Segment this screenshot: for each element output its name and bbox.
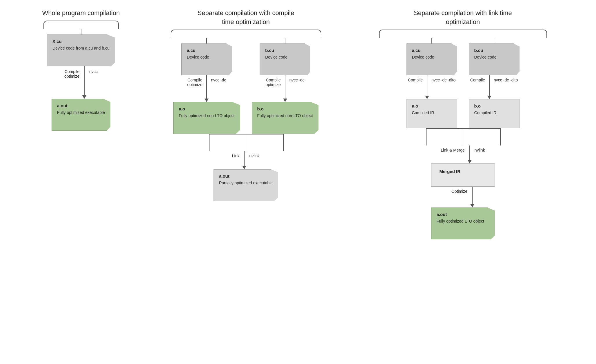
col3-opt-arrow [470,187,474,208]
col2-branch-a: a.cu Device code Compileoptimize nvcc -d… [173,38,240,134]
col2-a-arrow-row: Compileoptimize nvcc -dc [187,75,226,102]
col3-file-ao: a.o Compiled IR [407,99,457,128]
col1-file-xcu: X.cu Device code from a.cu and b.cu [47,34,115,66]
col2-a-arrow-line [206,75,207,99]
col1-file-aout: a.out Fully optimized executable [52,99,110,131]
col2-aout-desc: Partially optimized executable [219,180,273,186]
col2-merge-arrow-head [242,166,246,169]
col3-merge-lines [401,128,525,145]
col3-file-acu: a.cu Device code [407,43,457,75]
col3-label-optimize: Optimize [451,187,470,194]
col2-brace [171,30,321,38]
col3-vline-center [463,128,463,145]
col3-acu-desc: Device code [412,54,452,60]
col3-b-nvcc: nvcc -dc -dlto [491,75,518,82]
col1-arrow [82,66,86,99]
col2-b-label-nvcc: nvcc -dc [287,75,305,82]
col1-aout-desc: Fully optimized executable [57,110,105,116]
col3-optimize-row: Optimize [451,187,474,208]
column-whole-program: Whole program compilation X.cu Device co… [32,9,130,131]
col2-ao-desc: Fully optimized non-LTO object [179,113,234,119]
col3-merge-arrow-head [468,160,472,163]
col3-a-arrow [425,75,429,99]
col3-a-brace-line [431,38,432,43]
col3-a-compile: Compile [408,75,425,82]
col2-b-arrow-row: Compileoptimize nvcc -dc [266,75,305,102]
col2-b-arrow-line [285,75,285,99]
col2-b-arrow [283,75,287,102]
col2-file-bo: b.o Fully optimized non-LTO object [252,102,318,134]
col3-vline-left [426,128,427,145]
col2-label-nvlink: nvlink [246,151,260,158]
col2-a-label-nvcc: nvcc -dc [209,75,226,82]
col2-acu-title: a.cu [187,48,227,53]
col2-b-arrow-head [283,99,287,102]
col2-merge-arrow-line [244,151,245,166]
col1-label-nvcc: nvcc [86,66,98,74]
col2-ao-title: a.o [179,106,234,111]
col2-title: Separate compilation with compiletime op… [198,9,294,27]
col3-b-compile: Compile [470,75,487,82]
col3-label-nvlink: nvlink [472,145,485,152]
col2-a-arrow-head [205,99,209,102]
col3-merged-ir: Merged IR [431,163,495,187]
col2-bo-title: b.o [257,106,313,111]
col2-acu-desc: Device code [187,54,227,60]
col3-brace [379,30,547,38]
col2-branch-b: b.cu Device code Compileoptimize nvcc -d… [252,38,318,134]
col2-a-brace-line [206,38,207,43]
col3-aout-desc: Fully optimized LTO object [437,219,489,224]
col2-merge-lines [184,134,308,151]
col2-aout-title: a.out [219,174,273,179]
col1-arrow-area: Compileoptimize nvcc [64,66,98,99]
col2-b-label-compile: Compileoptimize [266,75,283,87]
col3-branch-a: a.cu Device code Compile nvcc -dc -dlto [407,38,457,128]
col3-a-nvcc: nvcc -dc -dlto [429,75,455,82]
column-compile-time: Separate compilation with compiletime op… [159,9,333,201]
col3-branches: a.cu Device code Compile nvcc -dc -dlto [407,38,520,128]
col3-a-arrow-line [427,75,427,96]
col2-file-aout: a.out Partially optimized executable [214,169,278,201]
col3-ao-desc: Compiled IR [412,110,452,116]
col3-vline-right [500,128,501,145]
col3-aout-title: a.out [437,212,489,217]
col3-b-arrow-row: Compile nvcc -dc -dlto [470,75,518,99]
col2-vline-center [246,134,246,151]
col3-bo-desc: Compiled IR [474,110,514,116]
col2-vline-right [283,134,284,151]
page: Whole program compilation X.cu Device co… [0,0,596,364]
col3-file-bo: b.o Compiled IR [469,99,520,128]
col3-link-row: Link & Merge nvlink [441,145,485,163]
col2-bcu-title: b.cu [265,48,305,53]
col2-file-acu: a.cu Device code [181,43,232,75]
col3-acu-title: a.cu [412,48,452,53]
col2-file-ao: a.o Fully optimized non-LTO object [173,102,240,134]
col3-bo-title: b.o [474,103,514,108]
col1-label-compile: Compileoptimize [64,66,82,79]
col2-a-label-compile: Compileoptimize [187,75,205,87]
col3-b-arrow-head [487,96,491,99]
col3-b-arrow-line [489,75,490,96]
col1-title: Whole program compilation [42,9,120,18]
col3-merged-ir-title: Merged IR [440,169,486,174]
column-link-time: Separate compilation with link timeoptim… [362,9,564,239]
col3-a-arrow-head [425,96,429,99]
col3-b-brace-line [494,38,494,43]
col3-bcu-title: b.cu [474,48,514,53]
columns-container: Whole program compilation X.cu Device co… [6,9,590,239]
col2-bcu-desc: Device code [265,54,305,60]
col2-a-arrow [205,75,209,102]
col1-brace [43,21,119,29]
col3-file-bcu: b.cu Device code [469,43,520,75]
col1-xcu-title: X.cu [52,39,110,44]
col3-merge-arrow-line [469,145,470,160]
col1-arrow-head [82,95,86,99]
col3-branch-b: b.cu Device code Compile nvcc -dc -dlto [469,38,520,128]
col2-link-row: Link nvlink [232,151,260,169]
col3-a-arrow-row: Compile nvcc -dc -dlto [408,75,456,99]
col2-file-bcu: b.cu Device code [260,43,310,75]
col1-arrow-line [84,66,85,95]
col1-aout-title: a.out [57,103,105,108]
col2-b-brace-line [285,38,285,43]
col3-file-aout: a.out Fully optimized LTO object [431,208,495,239]
